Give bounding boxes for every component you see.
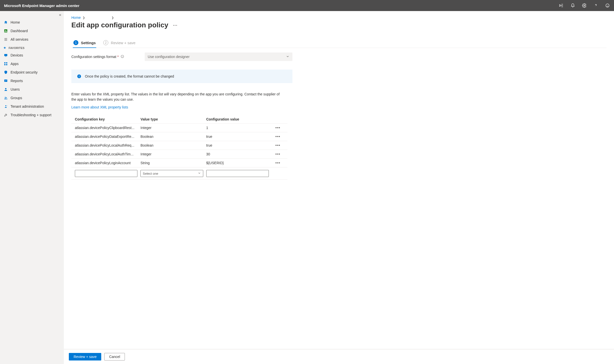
cell-key: atlassian.devicePolicyDataExportRe... [75,135,140,139]
cell-type: Integer [140,152,206,156]
svg-rect-5 [7,31,7,32]
nav-dashboard[interactable]: Dashboard [0,27,64,35]
nav-apps[interactable]: Apps [0,59,64,68]
nav-troubleshooting[interactable]: Troubleshooting + support [0,111,64,119]
help-icon[interactable] [593,3,598,8]
review-save-button[interactable]: Review + save [69,353,101,360]
nav-label: Home [11,20,20,24]
tenant-icon [4,104,8,109]
svg-point-20 [79,75,79,76]
svg-point-0 [584,5,585,6]
cell-value: 1 [206,126,272,130]
nav-label: Troubleshooting + support [11,113,52,117]
chevron-down-icon [286,55,289,59]
cell-value: ${USERID} [206,161,272,165]
wizard-step-settings[interactable]: 1 Settings [73,40,96,48]
more-icon[interactable]: ⋯ [173,22,177,28]
dashboard-icon [4,29,8,33]
row-actions-icon[interactable]: ••• [272,152,284,156]
groups-icon [4,96,8,100]
page-title: Edit app configuration policy ⋯ [71,21,606,29]
table-row: atlassian.devicePolicyDataExportRe... Bo… [71,132,287,141]
wizard-step-review[interactable]: 2 Review + save [103,40,135,48]
row-actions-icon[interactable]: ••• [272,161,284,165]
nav-devices[interactable]: Devices [0,51,64,59]
sidebar-collapse-icon[interactable]: « [59,13,61,17]
info-icon [77,74,81,79]
nav-tenant-admin[interactable]: Tenant administration [0,102,64,111]
cell-type: String [140,161,206,165]
nav-label: Endpoint security [11,70,37,74]
wizard-steps: 1 Settings 2 Review + save [71,40,606,48]
nav-label: All services [11,37,28,41]
nav-label: Apps [11,62,19,66]
svg-point-13 [5,88,6,89]
chevron-right-icon: ❯ [83,16,85,19]
svg-rect-6 [4,54,7,56]
feedback-smile-icon[interactable] [605,3,610,8]
main: Home ❯ ❯ Edit app configuration policy ⋯… [64,11,614,364]
nav-groups[interactable]: Groups [0,94,64,102]
info-icon[interactable] [121,55,124,59]
col-header-type: Value type [140,117,206,121]
svg-rect-8 [4,62,6,64]
nav-endpoint-security[interactable]: Endpoint security [0,68,64,77]
reports-icon [4,79,8,83]
config-format-row: Configuration settings format * Use conf… [71,52,292,61]
cell-key: atlassian.devicePolicyLoginAccount [75,161,140,165]
cancel-button[interactable]: Cancel [104,353,125,360]
nav-home[interactable]: Home [0,18,64,27]
svg-rect-3 [5,31,5,32]
nav-all-services[interactable]: All services [0,35,64,44]
cloud-shell-icon[interactable] [559,3,564,8]
table-row: atlassian.devicePolicyClipboardRest... I… [71,123,287,132]
chevron-right-icon: ❯ [112,16,114,19]
nav-label: Reports [11,79,23,83]
breadcrumb: Home ❯ ❯ [71,16,606,20]
settings-gear-icon[interactable] [582,3,587,8]
users-icon [4,87,8,92]
cell-type: Boolean [140,135,206,139]
new-type-select[interactable]: Select one [140,170,203,177]
topbar-title: Microsoft Endpoint Manager admin center [4,4,559,8]
topbar: Microsoft Endpoint Manager admin center [0,0,614,11]
row-actions-icon[interactable]: ••• [272,134,284,139]
nav-users[interactable]: Users [0,85,64,94]
new-key-input[interactable] [75,170,137,177]
cell-value: true [206,143,272,147]
cell-value: true [206,135,272,139]
footer-bar: Review + save Cancel [64,349,614,364]
breadcrumb-home[interactable]: Home [71,16,81,20]
row-actions-icon[interactable]: ••• [272,143,284,148]
topbar-icons [559,3,610,8]
new-value-input[interactable] [206,170,269,177]
config-table: Configuration key Value type Configurati… [71,115,287,180]
table-row: atlassian.devicePolicyLocalAuthReq... Bo… [71,141,287,150]
favorites-header: ★ FAVORITES [0,44,64,51]
col-header-key: Configuration key [75,117,140,121]
step-label: Review + save [111,41,135,45]
config-format-label: Configuration settings format * [71,55,141,59]
col-header-value: Configuration value [206,117,272,121]
cell-value: 30 [206,152,272,156]
table-row: atlassian.devicePolicyLocalAuthTim... In… [71,150,287,158]
body-text: Enter values for the XML property list. … [71,92,280,102]
step-label: Settings [81,41,96,45]
row-actions-icon[interactable]: ••• [272,126,284,130]
svg-rect-10 [4,64,6,65]
info-callout: Once the policy is created, the format c… [71,70,292,83]
learn-more-link[interactable]: Learn more about XML property lists [71,105,128,109]
nav-label: Tenant administration [11,104,44,108]
security-icon [4,70,8,75]
svg-rect-9 [6,62,7,64]
list-icon [4,37,8,42]
step-number: 1 [73,40,78,45]
notifications-icon[interactable] [570,3,575,8]
config-format-select[interactable]: Use configuration designer [145,52,292,61]
svg-point-1 [606,4,609,7]
new-row: Select one [71,167,287,180]
svg-rect-11 [6,64,7,65]
sidebar: « Home Dashboard All services ★ FAVORITE… [0,11,64,364]
cell-key: atlassian.devicePolicyLocalAuthReq... [75,143,140,147]
nav-reports[interactable]: Reports [0,77,64,85]
